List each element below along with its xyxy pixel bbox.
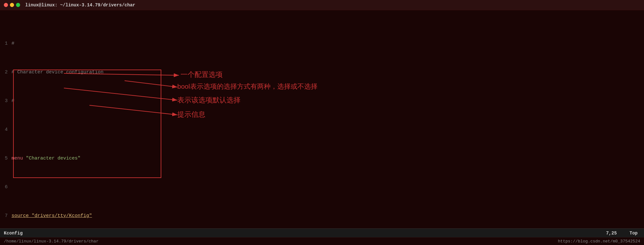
status-position: 7,25 — [606, 231, 617, 236]
svg-line-3 — [125, 81, 177, 87]
minimize-button[interactable] — [10, 3, 14, 7]
footer-url: https://blog.csdn.net/m0_37542524 — [558, 239, 640, 244]
status-right: 7,25 Top — [600, 231, 644, 236]
line-5: 5 menu "Character devices" — [0, 155, 644, 162]
status-filename: Kconfig — [0, 231, 600, 236]
code-container[interactable]: 1 # 2 # Character device configuration 3… — [0, 10, 644, 228]
line-4: 4 — [0, 126, 644, 134]
status-scroll: Top — [630, 231, 638, 236]
line-3: 3 # — [0, 98, 644, 105]
status-bar: Kconfig 7,25 Top — [0, 228, 644, 237]
window-title: linux@linux: ~/linux-3.14.79/drivers/cha… — [25, 3, 135, 8]
title-bar: linux@linux: ~/linux-3.14.79/drivers/cha… — [0, 0, 644, 10]
code-content: 1 # 2 # Character device configuration 3… — [0, 11, 644, 227]
line-7: 7 source "drivers/tty/Kconfig" — [0, 212, 644, 220]
maximize-button[interactable] — [16, 3, 20, 7]
line-1: 1 # — [0, 40, 644, 48]
close-button[interactable] — [4, 3, 8, 7]
line-6: 6 — [0, 184, 644, 191]
footer-bar: /home/linux/linux-3.14.79/drivers/char h… — [0, 237, 644, 245]
editor-area: 1 # 2 # Character device configuration 3… — [0, 10, 644, 245]
svg-line-5 — [89, 105, 177, 115]
line-2: 2 # Character device configuration — [0, 69, 644, 76]
svg-text:bool表示选项的选择方式有两种，选择或不选择: bool表示选项的选择方式有两种，选择或不选择 — [177, 83, 318, 90]
svg-text:提示信息: 提示信息 — [177, 110, 205, 118]
footer-path: /home/linux/linux-3.14.79/drivers/char — [4, 239, 98, 244]
window-controls — [4, 3, 20, 7]
